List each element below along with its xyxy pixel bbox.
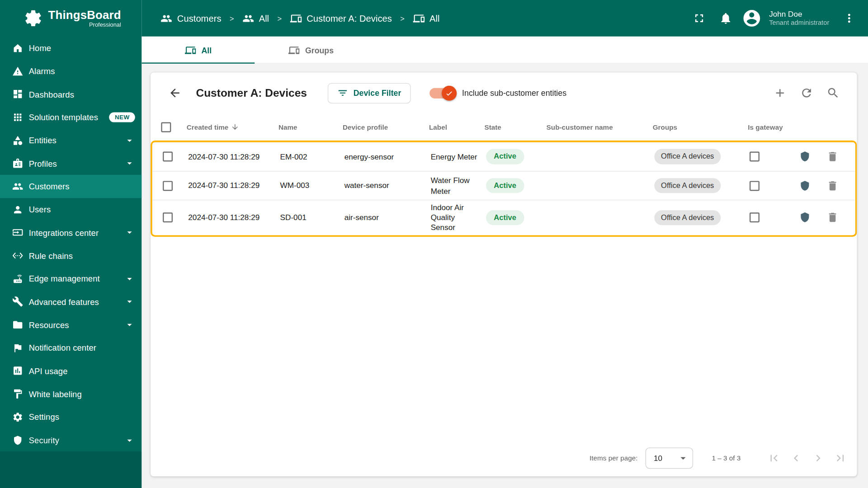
cell-device-profile: water-sensor: [340, 181, 426, 191]
sidebar-item-api-usage[interactable]: API usage: [0, 359, 142, 382]
tab-label: Groups: [305, 46, 334, 55]
sidebar-item-settings[interactable]: Settings: [0, 406, 142, 429]
table-row[interactable]: 2024-07-30 11:28:29 WM-003 water-sensor …: [152, 171, 855, 200]
app-subtitle: Professional: [89, 22, 121, 28]
customers-icon: [12, 181, 23, 192]
column-header-created-time[interactable]: Created time: [182, 123, 274, 131]
sidebar-item-white-labeling[interactable]: White labeling: [0, 383, 142, 406]
tab-all[interactable]: All: [142, 37, 255, 64]
table-row[interactable]: 2024-07-30 11:28:29 SD-001 air-sensor In…: [152, 200, 855, 235]
row-select-cell: [152, 181, 184, 191]
chevron-down-icon: [124, 435, 135, 446]
sidebar-item-profiles[interactable]: Profiles: [0, 152, 142, 175]
select-all-checkbox[interactable]: [161, 122, 171, 132]
row-actions: [797, 178, 854, 193]
delete-button[interactable]: [826, 178, 840, 193]
sort-desc-icon: [231, 123, 239, 131]
sidebar-item-label: Solution templates: [29, 113, 98, 122]
breadcrumb: Customers > All > Customer A: Devices > …: [160, 13, 439, 24]
security-button[interactable]: [797, 211, 812, 225]
breadcrumb-all-customers[interactable]: All: [242, 13, 269, 24]
paginator: Items per page: 10 1 – 3 of 3: [151, 443, 857, 476]
row-checkbox[interactable]: [163, 181, 173, 191]
sidebar-item-integrations-center[interactable]: Integrations center: [0, 221, 142, 244]
sidebar-item-solution-templates[interactable]: Solution templates NEW: [0, 106, 142, 129]
avatar[interactable]: [741, 8, 763, 29]
select-all-cell: [151, 122, 182, 132]
column-label: Groups: [653, 123, 677, 131]
back-button[interactable]: [164, 82, 186, 104]
gateway-checkbox[interactable]: [750, 213, 760, 223]
cell-is-gateway: [745, 213, 798, 223]
refresh-button[interactable]: [796, 82, 817, 103]
more-menu-button[interactable]: [838, 7, 860, 29]
toggle-switch[interactable]: [429, 88, 455, 98]
breadcrumb-customer-a-devices[interactable]: Customer A: Devices: [290, 13, 392, 24]
tab-groups[interactable]: Groups: [255, 37, 368, 64]
notifications-button[interactable]: [715, 7, 737, 29]
sidebar-item-entities[interactable]: Entities: [0, 129, 142, 152]
cell-name: SD-001: [275, 212, 340, 222]
sidebar-item-customers[interactable]: Customers: [0, 175, 142, 198]
delete-button[interactable]: [826, 211, 840, 225]
sidebar-item-users[interactable]: Users: [0, 198, 142, 221]
sidebar-item-label: API usage: [29, 366, 68, 376]
sidebar-item-advanced-features[interactable]: Advanced features: [0, 290, 142, 313]
column-label: Is gateway: [748, 123, 783, 131]
cell-label: Water Flow Meter: [426, 176, 481, 196]
delete-button[interactable]: [826, 150, 840, 164]
search-button[interactable]: [823, 82, 844, 103]
sidebar-item-label: Rule chains: [29, 251, 73, 260]
row-checkbox[interactable]: [163, 152, 173, 162]
sidebar-item-label: Notification center: [29, 343, 96, 353]
cell-is-gateway: [745, 181, 798, 191]
fullscreen-button[interactable]: [688, 7, 710, 29]
sidebar-item-home[interactable]: Home: [0, 37, 142, 60]
table-row[interactable]: 2024-07-30 11:28:29 EM-002 energy-sensor…: [152, 142, 855, 171]
column-header-label[interactable]: Label: [424, 123, 479, 131]
shield-icon: [12, 435, 23, 446]
sidebar-item-security[interactable]: Security: [0, 429, 142, 452]
column-label: Name: [278, 123, 297, 131]
column-header-name[interactable]: Name: [274, 123, 338, 131]
sidebar-item-label: Security: [29, 436, 59, 445]
page-size-select[interactable]: 10: [646, 448, 693, 469]
column-header-sub-customer[interactable]: Sub-customer name: [542, 123, 648, 131]
previous-page-button[interactable]: [785, 447, 807, 469]
next-page-button[interactable]: [807, 447, 829, 469]
breadcrumb-customers[interactable]: Customers: [160, 13, 221, 24]
breadcrumb-all-devices[interactable]: All: [413, 13, 439, 24]
security-button[interactable]: [797, 178, 812, 193]
sidebar-item-resources[interactable]: Resources: [0, 313, 142, 336]
sidebar-item-label: Home: [29, 43, 51, 53]
column-header-groups[interactable]: Groups: [648, 123, 743, 131]
chevron-down-icon: [124, 227, 135, 238]
thingsboard-logo-icon: [23, 8, 43, 28]
row-checkbox[interactable]: [163, 213, 173, 223]
sidebar-item-dashboards[interactable]: Dashboards: [0, 83, 142, 106]
trash-icon: [826, 211, 839, 224]
column-header-state[interactable]: State: [479, 123, 541, 131]
device-filter-button[interactable]: Device Filter: [328, 83, 410, 103]
last-page-button[interactable]: [829, 447, 851, 469]
sidebar-item-label: Dashboards: [29, 89, 74, 99]
include-sub-customer-toggle[interactable]: Include sub-customer entities: [429, 88, 566, 98]
devices-icon: [185, 45, 196, 56]
gateway-checkbox[interactable]: [750, 152, 760, 162]
add-device-button[interactable]: [769, 82, 791, 103]
column-header-is-gateway[interactable]: Is gateway: [743, 123, 796, 131]
first-page-button[interactable]: [763, 447, 785, 469]
cell-name: WM-003: [275, 181, 340, 191]
gateway-checkbox[interactable]: [750, 181, 760, 191]
chevron-down-icon: [124, 158, 135, 169]
sidebar-item-notification-center[interactable]: Notification center: [0, 336, 142, 359]
sidebar-item-rule-chains[interactable]: Rule chains: [0, 244, 142, 267]
app-logo[interactable]: ThingsBoard Professional: [0, 0, 142, 37]
column-header-device-profile[interactable]: Device profile: [338, 123, 424, 131]
security-button[interactable]: [797, 150, 812, 164]
chevron-down-icon: [124, 319, 135, 330]
sidebar-item-edge-management[interactable]: Edge management: [0, 267, 142, 290]
sidebar-item-alarms[interactable]: Alarms: [0, 60, 142, 83]
trash-icon: [826, 150, 839, 163]
tab-bar: All Groups: [142, 37, 868, 64]
